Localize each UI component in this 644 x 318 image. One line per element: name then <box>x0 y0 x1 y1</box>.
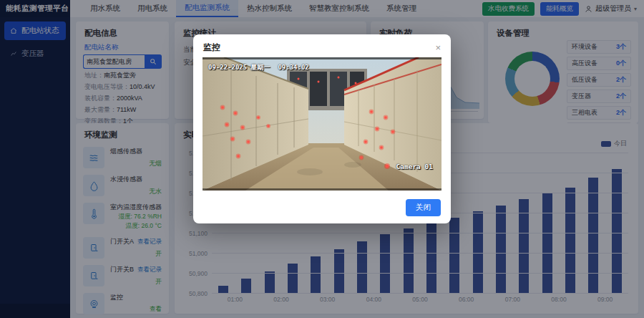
camera-modal: 监控 × <box>193 34 451 223</box>
modal-title: 监控 <box>203 42 220 54</box>
modal-footer: 关闭 <box>406 199 441 216</box>
close-button[interactable]: 关闭 <box>406 199 441 216</box>
camera-timestamp: 09-22-2025 星期一 09:34:02 <box>208 63 309 72</box>
modal-header: 监控 × <box>193 34 451 58</box>
camera-scene <box>203 57 441 191</box>
camera-id-label: Camera 01 <box>396 163 433 170</box>
camera-view: 09-22-2025 星期一 09:34:02 Camera 01 <box>203 57 441 191</box>
close-icon[interactable]: × <box>435 43 441 52</box>
